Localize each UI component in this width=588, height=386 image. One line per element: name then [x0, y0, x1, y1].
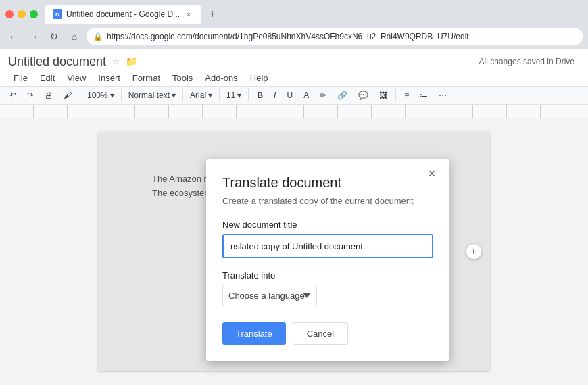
modal-title: Translate document [222, 175, 433, 191]
comment-btn[interactable]: 💬 [354, 89, 372, 101]
doc-title[interactable]: Untitled document [8, 55, 106, 69]
cancel-btn[interactable]: Cancel [293, 322, 348, 345]
doc-title-row: Untitled document ☆ 📁 All changes saved … [8, 54, 580, 69]
traffic-lights [5, 10, 38, 18]
url-text: https://docs.google.com/document/d/1hgPe… [107, 32, 469, 41]
format-paint-btn[interactable]: 🖌 [59, 89, 76, 101]
modal-close-btn[interactable]: × [424, 166, 440, 182]
omnibar-row: ← → ↻ ⌂ 🔒 https://docs.google.com/docume… [0, 24, 588, 49]
toolbar-divider-3 [182, 89, 183, 101]
modal-overlay: × Translate document Create a translated… [98, 132, 490, 371]
modal-language-select[interactable]: Choose a language [222, 285, 317, 306]
toolbar: ↶ ↷ 🖨 🖌 100% ▾ Normal text ▾ Arial ▾ 11 … [0, 87, 588, 105]
back-btn[interactable]: ← [5, 28, 22, 45]
zoom-select[interactable]: 100% ▾ [84, 89, 117, 101]
active-tab[interactable]: D Untitled document - Google D... × [45, 5, 201, 24]
menu-addons[interactable]: Add-ons [199, 70, 243, 86]
menu-insert[interactable]: Insert [93, 70, 126, 86]
size-select[interactable]: 11 ▾ [224, 89, 244, 101]
menu-tools[interactable]: Tools [167, 70, 198, 86]
minimize-window-btn[interactable] [18, 10, 26, 18]
tab-bar: D Untitled document - Google D... × + [0, 0, 588, 24]
image-btn[interactable]: 🖼 [375, 89, 391, 101]
ruler [0, 105, 588, 118]
doc-content: The Amazon rain forest is among the most… [0, 118, 588, 385]
doc-page: The Amazon rain forest is among the most… [98, 132, 490, 371]
italic-btn[interactable]: I [270, 89, 280, 101]
font-select[interactable]: Arial ▾ [187, 89, 215, 101]
toolbar-divider-5 [248, 89, 249, 101]
maximize-window-btn[interactable] [30, 10, 38, 18]
modal-language-label: Translate into [222, 270, 433, 281]
star-icon[interactable]: ☆ [112, 56, 120, 67]
menu-file[interactable]: File [8, 70, 33, 86]
omnibar[interactable]: 🔒 https://docs.google.com/document/d/1hg… [87, 28, 583, 45]
lock-icon: 🔒 [93, 32, 103, 41]
new-tab-btn[interactable]: + [204, 6, 220, 22]
folder-icon[interactable]: 📁 [126, 56, 137, 67]
tab-favicon: D [53, 9, 62, 19]
menu-help[interactable]: Help [245, 70, 274, 86]
toolbar-divider-6 [395, 89, 396, 101]
bold-btn[interactable]: B [253, 89, 267, 101]
undo-btn[interactable]: ↶ [5, 89, 20, 101]
modal-title-input[interactable] [222, 234, 433, 258]
translate-modal: × Translate document Create a translated… [206, 159, 449, 361]
align-btn[interactable]: ≡ [400, 89, 413, 101]
modal-title-label: New document title [222, 220, 433, 230]
docs-app: Untitled document ☆ 📁 All changes saved … [0, 49, 588, 386]
browser-chrome: D Untitled document - Google D... × + ← … [0, 0, 588, 49]
highlight-btn[interactable]: ✏ [316, 89, 330, 101]
translate-btn[interactable]: Translate [222, 322, 286, 345]
toolbar-divider-4 [219, 89, 220, 101]
menu-bar: File Edit View Insert Format Tools Add-o… [8, 70, 580, 86]
zoom-in-btn[interactable]: + [466, 243, 482, 260]
text-color-btn[interactable]: A [299, 89, 313, 101]
toolbar-divider-2 [121, 89, 122, 101]
tab-title: Untitled document - Google D... [66, 9, 180, 19]
modal-subtitle: Create a translated copy of the current … [222, 196, 433, 206]
redo-btn[interactable]: ↷ [23, 89, 38, 101]
menu-view[interactable]: View [62, 70, 91, 86]
docs-header: Untitled document ☆ 📁 All changes saved … [0, 49, 588, 87]
style-select[interactable]: Normal text ▾ [126, 89, 178, 101]
more-btn[interactable]: ⋯ [435, 89, 451, 101]
link-btn[interactable]: 🔗 [333, 89, 351, 101]
save-status: All changes saved in Drive [474, 54, 580, 69]
toolbar-divider-1 [80, 89, 80, 101]
menu-edit[interactable]: Edit [34, 70, 60, 86]
home-btn[interactable]: ⌂ [66, 28, 82, 45]
menu-format[interactable]: Format [127, 70, 166, 86]
forward-btn[interactable]: → [26, 28, 42, 45]
tab-close-btn[interactable]: × [184, 9, 193, 19]
list-btn[interactable]: ≔ [416, 89, 432, 101]
modal-actions: Translate Cancel [222, 322, 433, 345]
refresh-btn[interactable]: ↻ [46, 28, 62, 45]
ruler-inner [0, 105, 588, 118]
close-window-btn[interactable] [5, 10, 14, 18]
underline-btn[interactable]: U [283, 89, 297, 101]
print-btn[interactable]: 🖨 [41, 89, 57, 101]
